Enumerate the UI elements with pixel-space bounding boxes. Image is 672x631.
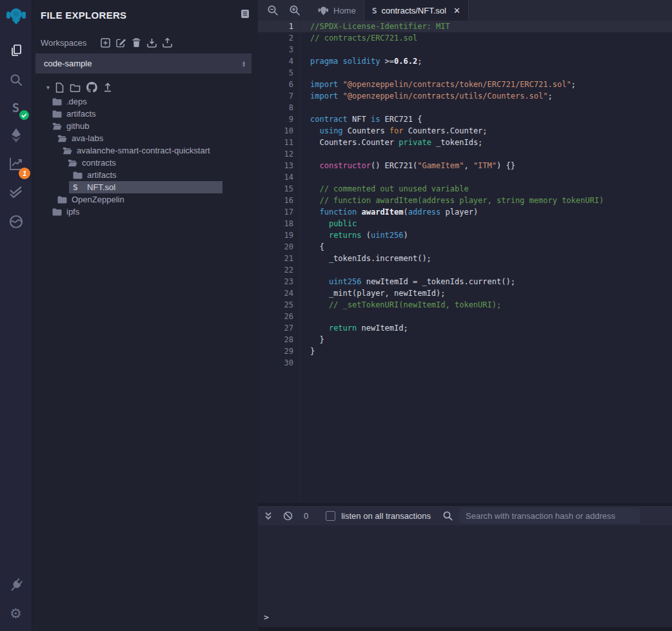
line-content: }: [293, 345, 315, 357]
tree-item-nft-sol[interactable]: SNFT.sol: [32, 181, 258, 193]
terminal-body[interactable]: >: [258, 525, 672, 631]
restore-workspace-icon[interactable]: [163, 38, 172, 48]
clone-github-icon[interactable]: [86, 82, 97, 93]
rail-statistics-icon[interactable]: 1: [0, 153, 32, 175]
create-workspace-icon[interactable]: [101, 38, 110, 48]
new-folder-icon[interactable]: [70, 83, 81, 92]
file-explorer-panel: FILE EXPLORERS Workspaces code-sample ▴▾…: [32, 0, 258, 631]
terminal: 0 listen on all transactions >: [258, 503, 672, 631]
line-number: 8: [258, 102, 293, 113]
code-line-18: 18 public: [258, 218, 672, 229]
download-workspace-icon[interactable]: [147, 38, 157, 48]
line-content: Counters.Counter private _tokenIds;: [293, 137, 482, 148]
file-tree: .depsartifactsgithubava-labsavalanche-sm…: [32, 95, 258, 218]
line-content: constructor() ERC721("GameItem", "ITM") …: [293, 160, 515, 171]
tab-home[interactable]: Home: [310, 0, 364, 21]
terminal-prompt[interactable]: >: [264, 612, 269, 622]
terminal-expand-icon[interactable]: [264, 512, 272, 520]
line-number: 16: [258, 195, 293, 206]
terminal-scrollbar[interactable]: [258, 627, 672, 631]
line-content: public: [293, 218, 357, 229]
folder-closed-icon: [73, 171, 83, 179]
tree-item-label: artifacts: [66, 109, 96, 119]
tree-item-ipfs[interactable]: ipfs: [32, 206, 258, 218]
code-line-23: 23 uint256 newItemId = _tokenIds.current…: [258, 276, 672, 287]
zoom-out-icon[interactable]: [267, 5, 279, 16]
transaction-search-input[interactable]: [459, 508, 640, 523]
code-editor[interactable]: 1//SPDX-License-Identifier: MIT2// contr…: [258, 21, 672, 503]
notification-count-badge: 1: [19, 168, 30, 179]
line-number: 5: [258, 67, 293, 79]
listen-transactions-checkbox[interactable]: [326, 511, 335, 521]
code-line-6: 6import "@openzeppelin/contracts/token/E…: [258, 79, 672, 90]
line-number: 11: [258, 137, 293, 148]
line-number: 23: [258, 276, 293, 287]
workspace-select[interactable]: code-sample ▴▾: [35, 53, 252, 73]
line-content: returns (uint256): [293, 229, 408, 241]
line-content: [293, 44, 310, 55]
line-number: 10: [258, 125, 293, 137]
editor-area: HomeScontracts/NFT.sol✕ 1//SPDX-License-…: [258, 0, 672, 631]
line-number: 14: [258, 171, 293, 183]
tree-item-openzeppelin[interactable]: OpenZeppelin: [32, 193, 258, 206]
rail-plugin-search-icon[interactable]: [0, 69, 32, 91]
solidity-icon: S: [372, 6, 377, 15]
line-content: using Counters for Counters.Counter;: [293, 125, 488, 137]
tree-item-ava-labs[interactable]: ava-labs: [32, 132, 258, 144]
line-content: uint256 newItemId = _tokenIds.current();: [293, 276, 515, 287]
line-content: [293, 264, 310, 276]
code-line-14: 14: [258, 171, 672, 183]
line-content: _mint(player, newItemId);: [293, 287, 446, 299]
rail-solidity-compiler-icon[interactable]: S: [0, 97, 32, 119]
rail-plugin-manager-icon[interactable]: [0, 574, 32, 596]
code-line-11: 11 Counters.Counter private _tokenIds;: [258, 137, 672, 148]
code-line-22: 22: [258, 264, 672, 276]
code-line-7: 7import "@openzeppelin/contracts/utils/C…: [258, 90, 672, 102]
rail-settings-icon[interactable]: ⚙: [0, 603, 32, 625]
line-content: [293, 357, 310, 369]
tree-item-artifacts[interactable]: artifacts: [32, 108, 258, 120]
line-content: return newItemId;: [293, 322, 408, 334]
code-line-30: 30: [258, 357, 672, 369]
line-content: }: [293, 334, 324, 345]
workspace-actions: [101, 38, 172, 48]
rail-remix-logo[interactable]: [0, 5, 32, 27]
clear-console-icon[interactable]: [283, 511, 293, 521]
tree-item-label: OpenZeppelin: [72, 195, 124, 204]
tree-item-contracts[interactable]: contracts: [32, 157, 258, 169]
tree-item-github[interactable]: github: [32, 120, 258, 132]
tree-item-label: NFT.sol: [87, 182, 115, 192]
tree-item-label: ava-labs: [72, 133, 103, 143]
remix-icon: [318, 6, 329, 15]
folder-closed-icon: [57, 196, 67, 204]
rail-plugin-circle-icon[interactable]: [0, 211, 32, 233]
rail-file-explorer-icon[interactable]: [0, 39, 32, 61]
rail-deploy-and-run-icon[interactable]: [0, 124, 32, 146]
line-number: 4: [258, 55, 293, 67]
zoom-in-icon[interactable]: [289, 5, 301, 16]
line-number: 13: [258, 160, 293, 171]
line-content: [293, 67, 310, 79]
line-number: 17: [258, 206, 293, 218]
tab-label: contracts/NFT.sol: [382, 6, 446, 15]
line-number: 9: [258, 113, 293, 125]
tab-close-icon[interactable]: ✕: [453, 6, 460, 15]
line-content: // function awardItem(address player, st…: [293, 195, 604, 206]
new-file-icon[interactable]: [55, 83, 64, 93]
code-line-25: 25 // _setTokenURI(newItemId, tokenURI);: [258, 299, 672, 311]
tree-item-avalanche-smart-contract-quickstart[interactable]: avalanche-smart-contract-quickstart: [32, 144, 258, 157]
line-number: 15: [258, 183, 293, 195]
rail-solidity-unit-testing-icon[interactable]: [0, 181, 32, 203]
line-number: 26: [258, 311, 293, 322]
tree-item-label: ipfs: [66, 207, 79, 217]
tab-contracts-nft-sol[interactable]: Scontracts/NFT.sol✕: [364, 0, 469, 21]
line-number: 2: [258, 32, 293, 44]
book-icon[interactable]: [241, 9, 250, 21]
tree-item--deps[interactable]: .deps: [32, 95, 258, 108]
upload-file-icon[interactable]: [103, 83, 112, 92]
collapse-tree-icon[interactable]: ▾: [46, 84, 50, 91]
rename-workspace-icon[interactable]: [116, 38, 126, 48]
tree-item-artifacts[interactable]: artifacts: [32, 169, 258, 181]
workspaces-label: Workspaces: [41, 38, 86, 48]
delete-workspace-icon[interactable]: [132, 38, 141, 48]
